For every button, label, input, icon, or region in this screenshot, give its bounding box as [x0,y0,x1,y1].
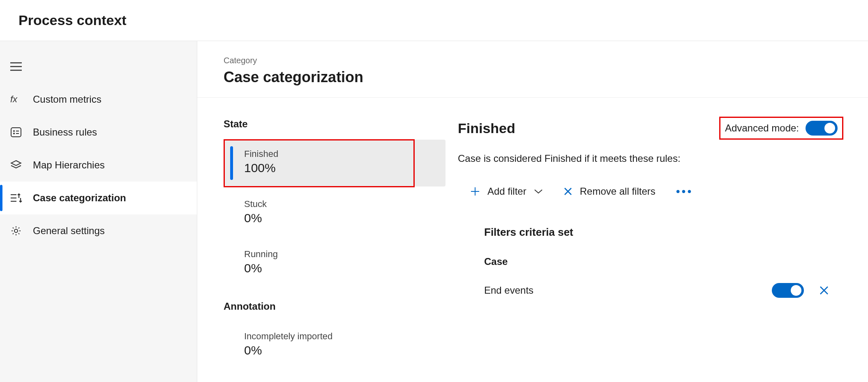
svg-text:fx: fx [10,94,18,104]
svg-rect-4 [11,128,21,137]
gear-icon [10,225,22,237]
svg-point-15 [14,229,18,232]
hamburger-button[interactable] [0,50,197,83]
sidebar-item-case-categorization[interactable]: Case categorization [0,182,197,214]
sidebar-item-label: Business rules [33,127,97,138]
state-item-finished[interactable]: Finished 100% [224,140,446,186]
fx-icon: fx [10,93,22,106]
plus-icon [470,186,480,196]
svg-point-5 [13,130,15,132]
advanced-mode-toggle[interactable] [806,121,838,136]
sidebar-item-business-rules[interactable]: Business rules [0,116,197,149]
more-button[interactable]: ••• [676,185,693,198]
categorization-icon [10,192,22,204]
remove-all-filters-button[interactable]: Remove all filters [563,186,656,197]
annotation-title: Annotation [224,301,446,312]
state-value: 0% [244,261,436,275]
state-value: 0% [244,211,436,225]
category-name: Case categorization [224,69,842,86]
sidebar: fx Custom metrics Business rules Map Hie… [0,41,197,382]
state-value: 100% [244,161,436,175]
layers-icon [10,159,22,171]
sidebar-item-label: Custom metrics [33,94,102,105]
state-title: State [224,118,446,130]
criteria-subtitle: Case [484,256,842,267]
criterion-remove-button[interactable] [819,285,829,296]
hamburger-icon [10,60,22,73]
rule-description: Case is considered Finished if it meets … [458,153,842,164]
annotation-label: Incompletely imported [244,331,436,342]
criteria-title: Filters criteria set [484,226,842,239]
state-item-stuck[interactable]: Stuck 0% [224,190,446,237]
annotation-value: 0% [244,343,436,357]
sidebar-item-custom-metrics[interactable]: fx Custom metrics [0,83,197,116]
state-label: Running [244,249,436,260]
advanced-mode-label: Advanced mode: [725,122,799,134]
add-filter-label: Add filter [487,186,526,197]
remove-all-label: Remove all filters [580,186,656,197]
page-title: Process context [0,0,868,41]
chevron-down-icon [534,189,543,194]
criterion-row: End events [484,283,842,298]
add-filter-button[interactable]: Add filter [470,186,543,197]
rules-icon [10,126,22,138]
sidebar-item-label: Map Hierarchies [33,159,105,171]
state-label: Finished [244,149,436,159]
sidebar-item-label: Case categorization [33,192,126,204]
criterion-label: End events [484,285,533,296]
criterion-toggle[interactable] [772,283,804,298]
sidebar-item-map-hierarchies[interactable]: Map Hierarchies [0,149,197,182]
sidebar-item-general-settings[interactable]: General settings [0,214,197,247]
annotation-item-incompletely-imported[interactable]: Incompletely imported 0% [224,322,446,369]
svg-point-6 [13,133,15,134]
state-item-running[interactable]: Running 0% [224,240,446,287]
close-icon [563,187,573,196]
svg-marker-9 [11,161,21,166]
sidebar-item-label: General settings [33,225,105,237]
category-label: Category [224,56,842,65]
detail-title: Finished [458,120,515,136]
state-label: Stuck [244,199,436,209]
main-content: Category Case categorization State Finis… [197,41,868,382]
